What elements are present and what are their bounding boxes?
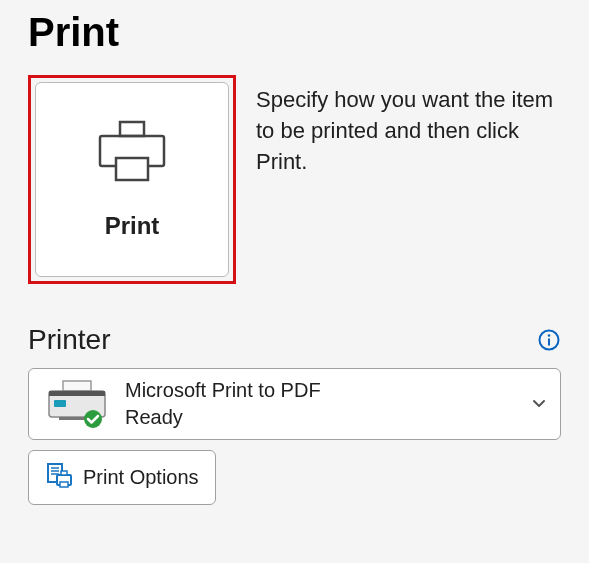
- chevron-down-icon: [532, 395, 546, 413]
- printer-select[interactable]: Microsoft Print to PDF Ready: [28, 368, 561, 440]
- printer-icon: [96, 120, 168, 188]
- svg-rect-18: [60, 482, 68, 487]
- svg-point-4: [548, 334, 551, 337]
- page-title: Print: [28, 10, 561, 55]
- print-options-icon: [45, 461, 73, 494]
- print-button[interactable]: Print: [35, 82, 229, 277]
- svg-rect-6: [63, 381, 91, 391]
- print-options-button[interactable]: Print Options: [28, 450, 216, 505]
- svg-rect-8: [49, 391, 105, 396]
- printer-status: Ready: [125, 406, 518, 429]
- print-button-highlight: Print: [28, 75, 236, 284]
- print-section: Print Specify how you want the item to b…: [28, 75, 561, 284]
- svg-rect-5: [548, 339, 550, 346]
- svg-point-11: [84, 410, 102, 428]
- printer-name: Microsoft Print to PDF: [125, 379, 518, 402]
- svg-rect-0: [120, 122, 144, 136]
- print-button-label: Print: [105, 212, 160, 240]
- svg-rect-2: [116, 158, 148, 180]
- svg-rect-17: [61, 471, 67, 475]
- print-options-label: Print Options: [83, 466, 199, 489]
- printer-section-title: Printer: [28, 324, 110, 356]
- svg-rect-9: [54, 400, 66, 407]
- info-icon[interactable]: [537, 328, 561, 352]
- printer-info: Microsoft Print to PDF Ready: [125, 379, 518, 429]
- printer-device-icon: [43, 379, 111, 429]
- printer-header: Printer: [28, 324, 561, 356]
- print-instruction: Specify how you want the item to be prin…: [256, 75, 561, 177]
